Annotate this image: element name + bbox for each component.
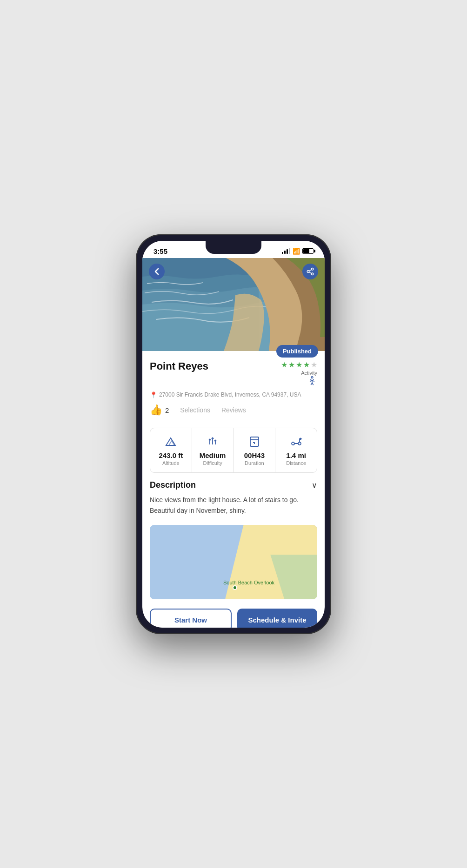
phone-frame: 3:55 📶 [136, 234, 331, 634]
battery-icon [302, 248, 314, 254]
duration-icon [248, 435, 260, 449]
signal-icon [282, 248, 290, 254]
hero-image: Published [142, 258, 325, 351]
like-count: 2 [165, 406, 169, 414]
difficulty-value: Medium [200, 451, 226, 459]
place-name: Point Reyes [150, 360, 208, 372]
schedule-invite-button[interactable]: Schedule & Invite [237, 609, 317, 627]
map-dot [233, 585, 237, 590]
chevron-down-icon[interactable]: ∨ [312, 481, 317, 490]
content-area: Point Reyes ★ ★ ★ ★ ★ Activity [142, 351, 325, 628]
stars: ★ ★ ★ ★ ★ [281, 360, 317, 369]
svg-point-20 [298, 442, 301, 445]
altitude-icon [164, 435, 177, 449]
status-icons: 📶 [282, 248, 314, 255]
description-header: Description ∨ [150, 480, 317, 490]
back-button[interactable] [149, 264, 165, 279]
star-3: ★ [296, 360, 302, 369]
buttons-row: Start Now Schedule & Invite [150, 609, 317, 627]
stat-altitude: 243.0 ft Altitude [150, 428, 192, 472]
title-row: Point Reyes ★ ★ ★ ★ ★ Activity [150, 360, 317, 388]
stat-duration: 00H43 Duration [234, 428, 276, 472]
activity-icon [307, 376, 317, 388]
start-now-button[interactable]: Start Now [150, 609, 232, 627]
distance-icon [289, 435, 303, 449]
description-text: Nice views from the light house. A lot o… [150, 495, 317, 516]
svg-rect-17 [250, 437, 259, 446]
description-title: Description [150, 480, 196, 490]
svg-line-6 [309, 269, 311, 271]
notch [206, 241, 261, 254]
stats-card: 243.0 ft Altitude [150, 428, 317, 473]
distance-label: Distance [286, 460, 306, 466]
distance-value: 1.4 mi [286, 451, 306, 459]
star-5: ★ [311, 360, 317, 369]
svg-point-3 [307, 270, 309, 272]
activity-label: Activity [301, 370, 317, 376]
tab-reviews[interactable]: Reviews [221, 406, 257, 418]
difficulty-icon [206, 435, 219, 449]
rating-section: ★ ★ ★ ★ ★ Activity [281, 360, 317, 388]
share-button[interactable] [302, 264, 318, 279]
status-time: 3:55 [153, 247, 167, 255]
svg-line-5 [309, 272, 311, 273]
tabs-row: 👍 2 Selections Reviews [150, 404, 317, 421]
location-pin-icon: 📍 [150, 391, 157, 398]
wifi-icon: 📶 [293, 248, 300, 255]
map-area[interactable]: South Beach Overlook [150, 525, 317, 599]
altitude-value: 243.0 ft [159, 451, 183, 459]
tab-selections[interactable]: Selections [180, 406, 221, 418]
svg-point-7 [311, 376, 313, 378]
svg-point-4 [311, 273, 314, 275]
phone-screen: 3:55 📶 [142, 241, 325, 628]
scroll-content[interactable]: Published Point Reyes ★ ★ ★ ★ ★ [142, 258, 325, 628]
star-4: ★ [303, 360, 310, 369]
like-section: 👍 2 [150, 404, 180, 421]
duration-value: 00H43 [244, 451, 265, 459]
svg-point-19 [292, 442, 294, 445]
svg-point-2 [311, 268, 314, 270]
thumbs-up-icon[interactable]: 👍 [150, 404, 162, 416]
address-row: 📍 27000 Sir Francis Drake Blvd, Invernes… [150, 391, 317, 399]
stat-difficulty: Medium Difficulty [192, 428, 234, 472]
duration-label: Duration [245, 460, 264, 466]
difficulty-label: Difficulty [203, 460, 222, 466]
star-2: ★ [288, 360, 295, 369]
stat-distance: 1.4 mi Distance [275, 428, 317, 472]
map-label: South Beach Overlook [223, 580, 274, 585]
altitude-label: Altitude [162, 460, 180, 466]
address-text: 27000 Sir Francis Drake Blvd, Inverness,… [159, 391, 301, 399]
star-1: ★ [281, 360, 287, 369]
published-badge: Published [276, 345, 318, 358]
